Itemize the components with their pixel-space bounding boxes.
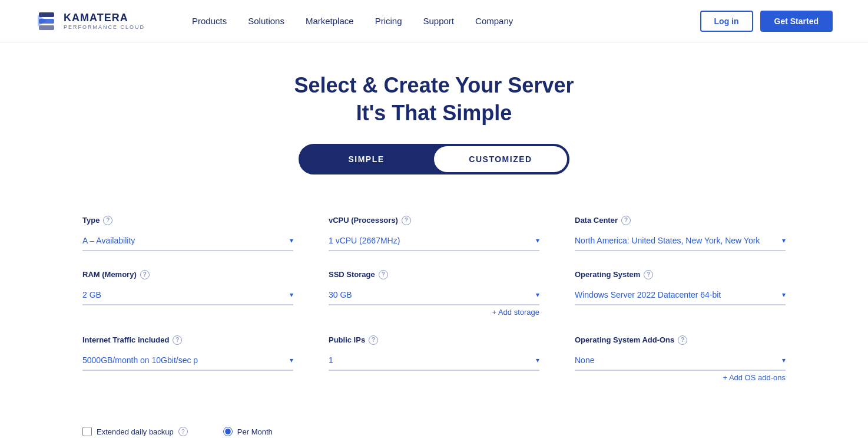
svg-rect-0 — [39, 12, 54, 17]
toggle-customized[interactable]: CUSTOMIZED — [434, 146, 567, 172]
price-value: $25 — [712, 436, 753, 438]
header-actions: Log in Get Started — [700, 11, 833, 32]
traffic-help-icon[interactable]: ? — [173, 335, 182, 345]
publicip-help-icon[interactable]: ? — [369, 335, 378, 345]
traffic-value: 5000GB/month on 10Gbit/sec p — [82, 355, 198, 365]
ssd-group: SSD Storage ? 30 GB ▾ + Add storage — [329, 270, 539, 317]
ram-chevron-icon: ▾ — [290, 291, 293, 299]
os-addons-chevron-icon: ▾ — [782, 356, 786, 364]
main-nav: Products Solutions Marketplace Pricing S… — [192, 16, 700, 26]
ram-value: 2 GB — [82, 290, 101, 299]
ram-label: RAM (Memory) ? — [82, 270, 293, 279]
os-select[interactable]: Windows Server 2022 Datacenter 64-bit ▾ — [575, 285, 786, 305]
os-chevron-icon: ▾ — [782, 291, 786, 299]
get-started-button[interactable]: Get Started — [760, 11, 833, 32]
price-display: $25/month — [680, 436, 786, 438]
os-label: Operating System ? — [575, 270, 786, 279]
hero-section: Select & Create Your Server It's That Si… — [0, 42, 868, 192]
datacenter-value: North America: United States, New York, … — [575, 236, 760, 245]
toggle-pill: SIMPLE CUSTOMIZED — [299, 144, 569, 174]
per-month-row: Per Month — [223, 427, 273, 436]
os-value: Windows Server 2022 Datacenter 64-bit — [575, 290, 721, 299]
nav-pricing[interactable]: Pricing — [375, 16, 402, 26]
hero-title: Select & Create Your Server It's That Si… — [12, 72, 856, 127]
ssd-chevron-icon: ▾ — [536, 291, 539, 299]
os-addons-help-icon[interactable]: ? — [678, 335, 687, 345]
per-month-radio[interactable] — [223, 427, 233, 436]
nav-products[interactable]: Products — [192, 16, 227, 26]
os-addons-group: Operating System Add-Ons ? None ▾ + Add … — [575, 335, 786, 382]
os-addons-label: Operating System Add-Ons ? — [575, 335, 786, 345]
ram-help-icon[interactable]: ? — [140, 270, 150, 279]
vcpu-value: 1 vCPU (2667MHz) — [329, 236, 400, 245]
add-storage-link[interactable]: + Add storage — [329, 308, 539, 317]
publicip-chevron-icon: ▾ — [536, 356, 539, 364]
logo-name: KAMATERA — [64, 12, 145, 24]
nav-solutions[interactable]: Solutions — [248, 16, 284, 26]
backup-row: Extended daily backup ? — [82, 427, 188, 436]
traffic-select[interactable]: 5000GB/month on 10Gbit/sec p ▾ — [82, 351, 293, 371]
datacenter-group: Data Center ? North America: United Stat… — [575, 216, 786, 251]
vcpu-group: vCPU (Processors) ? 1 vCPU (2667MHz) ▾ — [329, 216, 539, 251]
per-month-label[interactable]: Per Month — [237, 427, 273, 436]
os-addons-value: None — [575, 355, 594, 365]
logo-sub: PERFORMANCE CLOUD — [64, 24, 145, 30]
logo-icon — [35, 10, 58, 32]
type-group: Type ? A – Availability ▾ — [82, 216, 293, 251]
hero-title-line1: Select & Create Your Server — [294, 73, 574, 97]
logo[interactable]: KAMATERA PERFORMANCE CLOUD — [35, 10, 145, 32]
nav-marketplace[interactable]: Marketplace — [306, 16, 354, 26]
os-help-icon[interactable]: ? — [644, 270, 653, 279]
toggle-simple[interactable]: SIMPLE — [300, 145, 433, 173]
publicip-value: 1 — [329, 355, 333, 365]
view-toggle: SIMPLE CUSTOMIZED — [12, 144, 856, 174]
ram-group: RAM (Memory) ? 2 GB ▾ — [82, 270, 293, 317]
left-bottom: Extended daily backup ? Fully managed se… — [82, 421, 273, 438]
type-help-icon[interactable]: ? — [103, 216, 112, 225]
nav-company[interactable]: Company — [475, 16, 513, 26]
ssd-value: 30 GB — [329, 290, 352, 299]
publicip-select[interactable]: 1 ▾ — [329, 351, 539, 371]
svg-rect-2 — [39, 25, 54, 30]
type-select[interactable]: A – Availability ▾ — [82, 231, 293, 251]
checkboxes: Extended daily backup ? Fully managed se… — [82, 427, 188, 438]
form-grid: Type ? A – Availability ▾ vCPU (Processo… — [82, 216, 786, 401]
datacenter-chevron-icon: ▾ — [782, 236, 786, 245]
backup-help-icon[interactable]: ? — [178, 427, 188, 436]
vcpu-help-icon[interactable]: ? — [402, 216, 411, 225]
vcpu-label: vCPU (Processors) ? — [329, 216, 539, 225]
type-label: Type ? — [82, 216, 293, 225]
type-chevron-icon: ▾ — [290, 236, 293, 245]
vcpu-chevron-icon: ▾ — [536, 236, 539, 245]
publicip-label: Public IPs ? — [329, 335, 539, 345]
traffic-group: Internet Traffic included ? 5000GB/month… — [82, 335, 293, 382]
datacenter-select[interactable]: North America: United States, New York, … — [575, 231, 786, 251]
login-button[interactable]: Log in — [700, 11, 753, 32]
os-group: Operating System ? Windows Server 2022 D… — [575, 270, 786, 317]
os-addons-select[interactable]: None ▾ — [575, 351, 786, 371]
main-content: Type ? A – Availability ▾ vCPU (Processo… — [0, 192, 868, 438]
type-value: A – Availability — [82, 236, 135, 245]
hero-title-line2: It's That Simple — [356, 101, 512, 125]
price-area: $25/month Sign Up — [680, 436, 786, 438]
traffic-chevron-icon: ▾ — [290, 356, 293, 364]
bottom-row: Extended daily backup ? Fully managed se… — [82, 419, 786, 438]
ram-select[interactable]: 2 GB ▾ — [82, 285, 293, 305]
publicip-group: Public IPs ? 1 ▾ — [329, 335, 539, 382]
backup-checkbox[interactable] — [82, 427, 92, 436]
datacenter-help-icon[interactable]: ? — [621, 216, 631, 225]
ssd-label: SSD Storage ? — [329, 270, 539, 279]
billing-section: Extended daily backup ? Fully managed se… — [82, 427, 273, 438]
ssd-select[interactable]: 30 GB ▾ — [329, 285, 539, 305]
traffic-label: Internet Traffic included ? — [82, 335, 293, 345]
vcpu-select[interactable]: 1 vCPU (2667MHz) ▾ — [329, 231, 539, 251]
backup-label[interactable]: Extended daily backup — [97, 427, 174, 436]
billing-period: Per Month Per Hour — [223, 427, 273, 438]
datacenter-label: Data Center ? — [575, 216, 786, 225]
nav-support[interactable]: Support — [423, 16, 455, 26]
add-os-addons-link[interactable]: + Add OS add-ons — [575, 373, 786, 382]
ssd-help-icon[interactable]: ? — [379, 270, 388, 279]
